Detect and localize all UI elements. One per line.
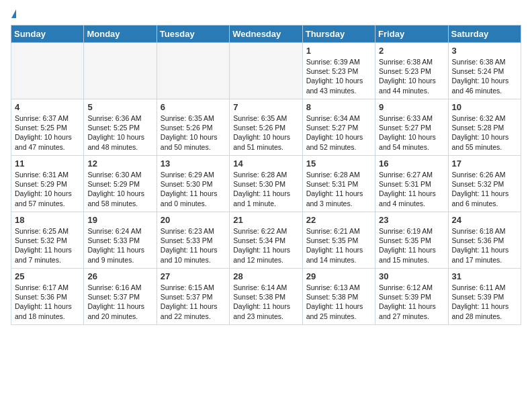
calendar-cell: 1Sunrise: 6:39 AM Sunset: 5:23 PM Daylig… [302, 43, 375, 99]
day-number: 26 [87, 271, 152, 281]
calendar-cell: 21Sunrise: 6:22 AM Sunset: 5:34 PM Dayli… [230, 212, 302, 269]
calendar-cell: 27Sunrise: 6:15 AM Sunset: 5:37 PM Dayli… [157, 269, 229, 325]
calendar-cell [11, 43, 84, 99]
calendar-week-4: 18Sunrise: 6:25 AM Sunset: 5:32 PM Dayli… [11, 212, 521, 269]
day-number: 12 [87, 158, 152, 169]
day-number: 29 [306, 271, 371, 281]
day-info: Sunrise: 6:37 AM Sunset: 5:25 PM Dayligh… [15, 113, 80, 152]
calendar-week-3: 11Sunrise: 6:31 AM Sunset: 5:29 PM Dayli… [11, 156, 521, 212]
weekday-header-wednesday: Wednesday [230, 26, 302, 43]
calendar-cell: 9Sunrise: 6:33 AM Sunset: 5:27 PM Daylig… [375, 99, 448, 156]
day-number: 23 [379, 215, 444, 225]
calendar-week-1: 1Sunrise: 6:39 AM Sunset: 5:23 PM Daylig… [11, 43, 521, 99]
day-number: 30 [379, 271, 444, 281]
calendar-cell [157, 43, 229, 99]
day-info: Sunrise: 6:30 AM Sunset: 5:29 PM Dayligh… [87, 170, 152, 208]
calendar-cell: 29Sunrise: 6:13 AM Sunset: 5:38 PM Dayli… [302, 269, 375, 325]
day-number: 25 [15, 271, 80, 281]
day-info: Sunrise: 6:18 AM Sunset: 5:36 PM Dayligh… [452, 226, 517, 265]
day-info: Sunrise: 6:39 AM Sunset: 5:23 PM Dayligh… [306, 57, 371, 95]
calendar-cell: 3Sunrise: 6:38 AM Sunset: 5:24 PM Daylig… [448, 43, 521, 99]
day-number: 13 [161, 158, 226, 169]
day-number: 28 [233, 271, 298, 281]
day-number: 10 [452, 102, 517, 112]
day-info: Sunrise: 6:15 AM Sunset: 5:37 PM Dayligh… [161, 283, 226, 321]
day-info: Sunrise: 6:35 AM Sunset: 5:26 PM Dayligh… [233, 113, 298, 152]
day-info: Sunrise: 6:21 AM Sunset: 5:35 PM Dayligh… [306, 226, 371, 265]
calendar-cell: 28Sunrise: 6:14 AM Sunset: 5:38 PM Dayli… [230, 269, 302, 325]
day-number: 8 [306, 102, 371, 112]
day-info: Sunrise: 6:17 AM Sunset: 5:36 PM Dayligh… [15, 283, 80, 321]
day-info: Sunrise: 6:22 AM Sunset: 5:34 PM Dayligh… [233, 226, 298, 265]
calendar-cell: 14Sunrise: 6:28 AM Sunset: 5:30 PM Dayli… [230, 156, 302, 212]
calendar-cell: 13Sunrise: 6:29 AM Sunset: 5:30 PM Dayli… [157, 156, 229, 212]
day-info: Sunrise: 6:36 AM Sunset: 5:25 PM Dayligh… [87, 113, 152, 152]
day-info: Sunrise: 6:12 AM Sunset: 5:39 PM Dayligh… [379, 283, 444, 321]
calendar-cell: 12Sunrise: 6:30 AM Sunset: 5:29 PM Dayli… [84, 156, 157, 212]
calendar-cell: 10Sunrise: 6:32 AM Sunset: 5:28 PM Dayli… [448, 99, 521, 156]
day-number: 4 [15, 102, 80, 112]
page-container: SundayMondayTuesdayWednesdayThursdayFrid… [0, 0, 532, 332]
calendar-cell: 2Sunrise: 6:38 AM Sunset: 5:23 PM Daylig… [375, 43, 448, 99]
weekday-header-saturday: Saturday [448, 26, 521, 43]
calendar-header-row: SundayMondayTuesdayWednesdayThursdayFrid… [11, 26, 521, 43]
day-info: Sunrise: 6:13 AM Sunset: 5:38 PM Dayligh… [306, 283, 371, 321]
weekday-header-sunday: Sunday [11, 26, 84, 43]
day-number: 22 [306, 215, 371, 225]
day-info: Sunrise: 6:33 AM Sunset: 5:27 PM Dayligh… [379, 113, 444, 152]
day-info: Sunrise: 6:19 AM Sunset: 5:35 PM Dayligh… [379, 226, 444, 265]
calendar-cell: 24Sunrise: 6:18 AM Sunset: 5:36 PM Dayli… [448, 212, 521, 269]
day-info: Sunrise: 6:29 AM Sunset: 5:30 PM Dayligh… [161, 170, 226, 208]
calendar-cell: 25Sunrise: 6:17 AM Sunset: 5:36 PM Dayli… [11, 269, 84, 325]
calendar-cell: 20Sunrise: 6:23 AM Sunset: 5:33 PM Dayli… [157, 212, 229, 269]
day-info: Sunrise: 6:31 AM Sunset: 5:29 PM Dayligh… [15, 170, 80, 208]
calendar-cell: 15Sunrise: 6:28 AM Sunset: 5:31 PM Dayli… [302, 156, 375, 212]
calendar-table: SundayMondayTuesdayWednesdayThursdayFrid… [11, 25, 521, 325]
day-number: 7 [233, 102, 298, 112]
day-info: Sunrise: 6:27 AM Sunset: 5:31 PM Dayligh… [379, 170, 444, 208]
day-number: 18 [15, 215, 80, 225]
day-number: 9 [379, 102, 444, 112]
day-info: Sunrise: 6:28 AM Sunset: 5:31 PM Dayligh… [306, 170, 371, 208]
calendar-cell: 8Sunrise: 6:34 AM Sunset: 5:27 PM Daylig… [302, 99, 375, 156]
weekday-header-friday: Friday [375, 26, 448, 43]
day-number: 1 [306, 46, 371, 56]
day-info: Sunrise: 6:11 AM Sunset: 5:39 PM Dayligh… [452, 283, 517, 321]
day-info: Sunrise: 6:34 AM Sunset: 5:27 PM Dayligh… [306, 113, 371, 152]
day-number: 3 [452, 46, 517, 56]
calendar-cell: 19Sunrise: 6:24 AM Sunset: 5:33 PM Dayli… [84, 212, 157, 269]
day-number: 15 [306, 158, 371, 169]
calendar-week-5: 25Sunrise: 6:17 AM Sunset: 5:36 PM Dayli… [11, 269, 521, 325]
day-info: Sunrise: 6:23 AM Sunset: 5:33 PM Dayligh… [161, 226, 226, 265]
day-info: Sunrise: 6:26 AM Sunset: 5:32 PM Dayligh… [452, 170, 517, 208]
calendar-cell: 22Sunrise: 6:21 AM Sunset: 5:35 PM Dayli… [302, 212, 375, 269]
calendar-cell: 16Sunrise: 6:27 AM Sunset: 5:31 PM Dayli… [375, 156, 448, 212]
header [11, 11, 521, 19]
day-number: 27 [161, 271, 226, 281]
calendar-cell: 31Sunrise: 6:11 AM Sunset: 5:39 PM Dayli… [448, 269, 521, 325]
weekday-header-monday: Monday [84, 26, 157, 43]
day-info: Sunrise: 6:28 AM Sunset: 5:30 PM Dayligh… [233, 170, 298, 208]
day-number: 24 [452, 215, 517, 225]
day-info: Sunrise: 6:38 AM Sunset: 5:24 PM Dayligh… [452, 57, 517, 95]
calendar-cell: 6Sunrise: 6:35 AM Sunset: 5:26 PM Daylig… [157, 99, 229, 156]
calendar-cell: 30Sunrise: 6:12 AM Sunset: 5:39 PM Dayli… [375, 269, 448, 325]
day-info: Sunrise: 6:14 AM Sunset: 5:38 PM Dayligh… [233, 283, 298, 321]
calendar-cell [84, 43, 157, 99]
day-number: 11 [15, 158, 80, 169]
calendar-cell: 23Sunrise: 6:19 AM Sunset: 5:35 PM Dayli… [375, 212, 448, 269]
calendar-cell: 5Sunrise: 6:36 AM Sunset: 5:25 PM Daylig… [84, 99, 157, 156]
logo-triangle-icon [11, 9, 16, 18]
logo [11, 11, 16, 19]
day-number: 19 [87, 215, 152, 225]
day-number: 20 [161, 215, 226, 225]
calendar-cell: 11Sunrise: 6:31 AM Sunset: 5:29 PM Dayli… [11, 156, 84, 212]
day-info: Sunrise: 6:16 AM Sunset: 5:37 PM Dayligh… [87, 283, 152, 321]
day-info: Sunrise: 6:35 AM Sunset: 5:26 PM Dayligh… [161, 113, 226, 152]
day-info: Sunrise: 6:25 AM Sunset: 5:32 PM Dayligh… [15, 226, 80, 265]
calendar-cell: 4Sunrise: 6:37 AM Sunset: 5:25 PM Daylig… [11, 99, 84, 156]
calendar-cell: 26Sunrise: 6:16 AM Sunset: 5:37 PM Dayli… [84, 269, 157, 325]
day-number: 5 [87, 102, 152, 112]
day-number: 2 [379, 46, 444, 56]
day-number: 31 [452, 271, 517, 281]
